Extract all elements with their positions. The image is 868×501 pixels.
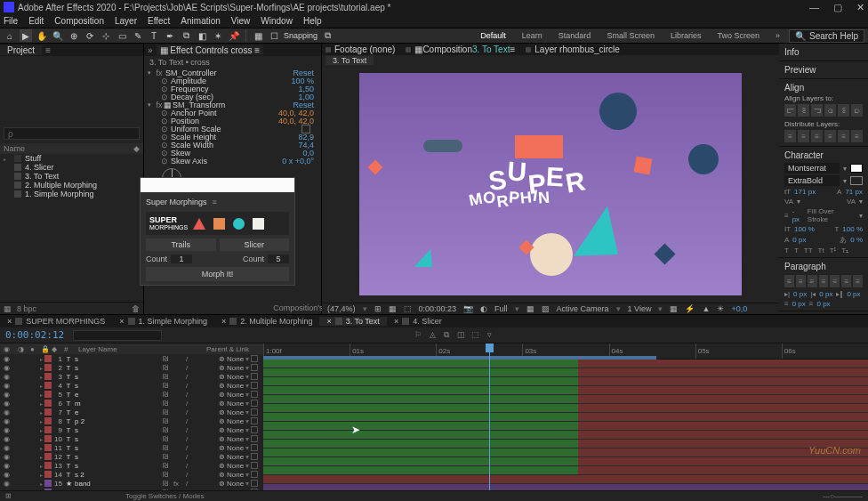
layer-row[interactable]: ◉▸4Ts₪/⊚None▾ — [0, 381, 263, 390]
count-field-2[interactable]: 5 — [268, 255, 289, 263]
selection-tool-icon[interactable]: ▶ — [20, 29, 32, 42]
fill-color-swatch[interactable] — [850, 164, 863, 173]
dist-icon[interactable]: ≡ — [851, 130, 863, 142]
layer-bar[interactable] — [263, 360, 868, 368]
count-field-1[interactable]: 1 — [171, 255, 192, 263]
grid-icon[interactable]: ▦ — [389, 304, 397, 313]
align-bottom-icon[interactable]: ⫐ — [851, 104, 863, 117]
align-hcenter-icon[interactable]: ⫔ — [798, 104, 809, 117]
layer-bar[interactable] — [263, 386, 868, 394]
composition-preview[interactable]: SUPER MORPHIN — [359, 73, 742, 295]
layer-row[interactable]: ◉▸14Ts 2₪/⊚None▾ — [0, 470, 263, 479]
align-left-icon[interactable]: ⫍ — [784, 104, 796, 117]
resolution-icon[interactable]: ⊞ — [374, 304, 382, 313]
render-icon[interactable]: ▿ — [484, 330, 494, 341]
layer-row[interactable]: ◉▸6Tm₪/⊚None▾ — [0, 399, 263, 408]
justify-icon[interactable]: ≡ — [853, 275, 863, 287]
zoom-tool-icon[interactable]: 🔍 — [52, 29, 64, 42]
menu-file[interactable]: File — [4, 16, 18, 26]
clone-tool-icon[interactable]: ⧉ — [180, 29, 192, 42]
workspace-two-screen[interactable]: Two Screen — [710, 31, 767, 40]
timecode-display[interactable]: 0:00:00:23 — [419, 304, 457, 313]
workspace-standard[interactable]: Standard — [551, 31, 599, 40]
views-dropdown[interactable]: 1 View — [628, 304, 652, 313]
align-center-para-icon[interactable]: ≡ — [796, 275, 806, 287]
timeline-comp-tab[interactable]: ×4. Slicer — [387, 317, 449, 326]
bold-icon[interactable]: T — [784, 246, 789, 255]
window-close-button[interactable]: ✕ — [856, 2, 864, 13]
motion-blur-icon[interactable]: ⧉ — [441, 330, 452, 341]
brush-tool-icon[interactable]: ✒ — [164, 29, 176, 42]
layer-bar[interactable] — [263, 475, 868, 483]
layer-bar[interactable] — [263, 395, 868, 403]
menu-layer[interactable]: Layer — [115, 16, 137, 26]
triangle-morph-button[interactable] — [191, 215, 207, 231]
type-tool-icon[interactable]: T — [148, 29, 160, 42]
toggle-switch-modes[interactable]: Toggle Switches / Modes — [125, 492, 205, 500]
effect-controls-tab[interactable]: ▦ Effect Controls cross ≡ — [157, 45, 263, 55]
font-size-value[interactable]: 171 px — [794, 188, 816, 196]
layer-bar[interactable] — [263, 404, 868, 412]
layer-row[interactable]: ◉▸13Ts₪/⊚None▾ — [0, 461, 263, 470]
zoom-slider[interactable]: —○———— — [823, 492, 863, 500]
italic-icon[interactable]: T — [794, 246, 799, 255]
layer-bar[interactable] — [263, 440, 868, 448]
layer-row[interactable]: ◉▸1Ts₪/⊚None▾ — [0, 354, 263, 363]
exposure-value[interactable]: +0,0 — [731, 304, 747, 313]
slicer-button[interactable]: Slicer — [220, 238, 290, 251]
layer-row[interactable]: ◉▸3Ts₪/⊚None▾ — [0, 372, 263, 381]
timeline-comp-tab[interactable]: ×1. Simple Morphing — [112, 317, 214, 326]
workspace-default[interactable]: Default — [473, 31, 513, 40]
align-right-para-icon[interactable]: ≡ — [808, 275, 817, 287]
menu-effect[interactable]: Effect — [148, 16, 170, 26]
anchor-tool-icon[interactable]: ⊹ — [100, 29, 112, 42]
layer-bar[interactable] — [263, 431, 868, 439]
layer-row[interactable]: ◉▸15★band₪fx/⊚None▾ — [0, 479, 263, 488]
snapping-check[interactable]: ☐ — [268, 29, 280, 42]
dist-icon[interactable]: ≡ — [824, 130, 836, 142]
layer-bar[interactable] — [263, 448, 868, 457]
effect-controls-tab-chevron[interactable]: » — [144, 45, 157, 55]
menu-help[interactable]: Help — [303, 16, 322, 26]
layer-row[interactable]: ◉▸8Tp 2₪/⊚None▾ — [0, 416, 263, 425]
menu-animation[interactable]: Animation — [181, 16, 220, 26]
super-morphings-panel[interactable]: Super Morphings≡ SUPERMORPHINGS Trails S… — [140, 177, 295, 286]
roi-icon[interactable]: ▦ — [526, 304, 534, 313]
morph-it-button[interactable]: Morph It! — [146, 267, 289, 281]
workspace-libraries[interactable]: Libraries — [663, 31, 709, 40]
zoom-dropdown[interactable]: (47,4%) — [327, 304, 356, 313]
current-time-indicator[interactable] — [489, 343, 490, 490]
comp-flowchart-tab[interactable]: 3. To Text — [326, 56, 374, 65]
align-vcenter-icon[interactable]: ⫕ — [838, 104, 849, 117]
window-minimize-button[interactable]: — — [809, 2, 819, 13]
mask-icon[interactable]: ⬚ — [404, 304, 412, 313]
character-panel-tab[interactable]: Character — [784, 149, 863, 162]
layer-row[interactable]: ◉▸2Ts₪/⊚None▾ — [0, 363, 263, 372]
layer-viewer-tab[interactable]: Layer rhombus_circle — [526, 44, 620, 54]
transparency-icon[interactable]: ▨ — [542, 304, 550, 313]
orbit-tool-icon[interactable]: ⊕ — [68, 29, 80, 42]
layer-bar[interactable] — [263, 457, 868, 465]
align-panel-tab[interactable]: Align — [784, 81, 863, 94]
dist-icon[interactable]: ≡ — [838, 130, 849, 142]
sub-icon[interactable]: T₁ — [841, 246, 848, 255]
label-icon[interactable]: ◆ — [133, 144, 140, 153]
graph-editor-icon[interactable]: ◫ — [455, 330, 466, 341]
layer-row[interactable]: ◉▸11Ts₪/⊚None▾ — [0, 443, 263, 452]
menu-edit[interactable]: Edit — [28, 16, 44, 26]
camera-dropdown[interactable]: Active Camera — [557, 304, 609, 313]
window-maximize-button[interactable]: ▢ — [833, 2, 842, 13]
justify-icon[interactable]: ≡ — [819, 275, 829, 287]
stroke-color-swatch[interactable] — [850, 176, 863, 185]
layer-bar[interactable] — [263, 368, 868, 376]
font-family-dropdown[interactable]: Montserrat — [784, 163, 840, 174]
dist-icon[interactable]: ≡ — [784, 130, 796, 142]
footage-viewer-tab[interactable]: Footage (none) — [326, 44, 395, 54]
layer-row[interactable]: ◉▸12Ts₪/⊚None▾ — [0, 452, 263, 461]
interpret-icon[interactable]: ▦ — [4, 304, 12, 313]
render-icon[interactable]: ▲ — [702, 304, 710, 313]
info-panel-tab[interactable]: Info — [784, 45, 863, 59]
home-icon[interactable]: ⌂ — [4, 29, 16, 42]
local-axis-icon[interactable]: ▦ — [252, 29, 264, 42]
shy-icon[interactable]: ⚐ — [413, 330, 423, 341]
